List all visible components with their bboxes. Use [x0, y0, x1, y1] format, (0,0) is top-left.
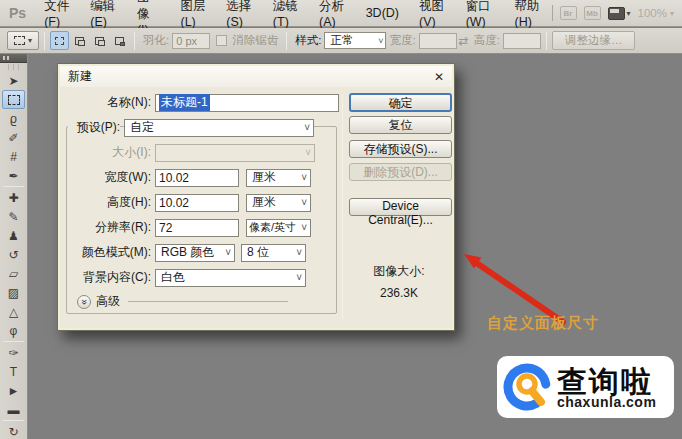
feather-input[interactable]: 0 px [172, 33, 210, 49]
style-value: 正常 [330, 33, 353, 48]
3d-rotate-tool[interactable]: ↻ [0, 422, 27, 439]
background-label: 背景内容(C): [68, 269, 151, 286]
save-preset-button[interactable]: 存储预设(S)... [349, 140, 452, 158]
mobile-icon[interactable]: Mb [584, 6, 601, 20]
width-unit-select[interactable]: 厘米 ˅ [246, 169, 311, 187]
3d-rotate-icon: ↻ [8, 426, 18, 438]
menu-help[interactable]: 帮助(H) [504, 0, 551, 29]
chaxunla-logo-icon [501, 360, 555, 414]
divider [3, 420, 24, 421]
path-selection-tool[interactable]: ► [0, 381, 27, 400]
lasso-tool[interactable]: ϱ [0, 109, 27, 128]
menu-view[interactable]: 视图(V) [409, 0, 456, 29]
eyedropper-icon: ✒ [8, 170, 18, 182]
resolution-row: 分辨率(R): 72 像素/英寸 ˅ [68, 218, 311, 237]
advanced-expander-button[interactable]: » [77, 295, 91, 309]
resolution-input[interactable]: 72 [155, 219, 239, 237]
rectangle-tool[interactable]: ▬ [0, 400, 27, 419]
eraser-tool[interactable]: ▱ [0, 264, 27, 283]
type-tool[interactable]: T [0, 362, 27, 381]
history-brush-tool[interactable]: ↺ [0, 245, 27, 264]
ok-button[interactable]: 确定 [349, 93, 452, 112]
overlap-square [98, 40, 105, 46]
new-selection-button[interactable] [50, 31, 69, 50]
style-select[interactable]: 正常 ˅ [324, 32, 386, 49]
dialog-titlebar[interactable]: 新建 ✕ [60, 66, 452, 87]
intersect-selection-button[interactable] [110, 31, 129, 50]
pen-icon: ✑ [8, 347, 18, 359]
reset-button[interactable]: 复位 [349, 116, 452, 134]
width-input[interactable]: 10.02 [155, 169, 239, 187]
marquee-icon [8, 95, 20, 105]
menu-edit[interactable]: 编辑(E) [80, 0, 127, 29]
zoom-level-select[interactable]: 100% ▾ [638, 7, 674, 19]
move-icon: ➤ [8, 75, 18, 87]
move-tool[interactable]: ➤ [0, 71, 27, 90]
chevron-down-icon: ˅ [301, 222, 307, 233]
background-select[interactable]: 白色 ˅ [155, 269, 306, 287]
eyedropper-tool[interactable]: ✒ [0, 166, 27, 185]
menu-filter[interactable]: 滤镜(T) [263, 0, 309, 29]
device-central-button[interactable]: Device Central(E)... [349, 198, 452, 216]
resolution-unit-select[interactable]: 像素/英寸 ˅ [246, 219, 311, 237]
name-input[interactable]: 未标题-1 [155, 94, 339, 112]
constrain-width-input[interactable] [419, 33, 457, 49]
new-selection-icon [55, 37, 64, 45]
selection-mode-group [50, 31, 129, 50]
crop-tool[interactable]: # [0, 147, 27, 166]
feather-label: 羽化: [140, 33, 172, 48]
subtract-from-selection-button[interactable] [90, 31, 109, 50]
height-input[interactable]: 10.02 [155, 194, 239, 212]
workspace-switcher-button[interactable]: ▾ [608, 7, 631, 20]
chevron-down-icon: ˅ [301, 197, 307, 208]
size-row: 大小(I): ˅ [68, 143, 315, 162]
menu-window[interactable]: 窗口(W) [456, 0, 505, 29]
divider [128, 301, 288, 302]
advanced-row: » 高级 [77, 292, 288, 311]
add-to-selection-button[interactable] [70, 31, 89, 50]
blur-tool[interactable]: △ [0, 302, 27, 321]
dodge-icon: φ [10, 325, 18, 337]
path-selection-icon: ► [8, 385, 20, 397]
lasso-icon: ϱ [10, 113, 17, 125]
gradient-tool[interactable]: ▨ [0, 283, 27, 302]
menu-select[interactable]: 选择(S) [216, 0, 263, 29]
constrain-height-input[interactable] [503, 33, 541, 49]
menu-file[interactable]: 文件(F) [34, 0, 80, 29]
height-unit-select[interactable]: 厘米 ˅ [246, 194, 311, 212]
bridge-icon[interactable]: Br [560, 6, 577, 20]
background-row: 背景内容(C): 白色 ˅ [68, 268, 306, 287]
quick-selection-tool[interactable]: ✐ [0, 128, 27, 147]
panel-grip[interactable] [6, 64, 21, 70]
width-label: 宽度(W): [68, 169, 151, 186]
healing-brush-icon: ✚ [8, 192, 18, 204]
clone-stamp-tool[interactable]: ♟ [0, 226, 27, 245]
new-document-dialog: 新建 ✕ 名称(N): 未标题-1 预设(P): 自定 ˅ 大小(I): ˅ 宽… [57, 63, 455, 331]
dodge-tool[interactable]: φ [0, 321, 27, 340]
name-label: 名称(N): [68, 94, 151, 111]
rectangular-marquee-tool[interactable] [2, 90, 25, 109]
swap-dimensions-icon[interactable]: ⇄ [457, 34, 471, 48]
refine-edge-button[interactable]: 调整边缘… [552, 31, 636, 50]
preset-select[interactable]: 自定 ˅ [124, 119, 314, 137]
tool-panel: ➤ ϱ ✐ # ✒ ✚ ✎ ♟ ↺ ▱ ▨ △ φ ✑ T ► ▬ ↻ [0, 54, 28, 439]
tool-options-bar: ▾ 羽化: 0 px 消除锯齿 样式: 正常 ˅ 宽度: ⇄ 高度: 调整边缘… [0, 28, 682, 54]
close-icon[interactable]: ✕ [434, 70, 444, 84]
antialias-label: 消除锯齿 [229, 33, 281, 48]
bit-depth-select[interactable]: 8 位 ˅ [241, 244, 306, 262]
pen-tool[interactable]: ✑ [0, 343, 27, 362]
menu-layer[interactable]: 图层(L) [170, 0, 216, 29]
divider [546, 32, 547, 50]
menubar-divider [552, 5, 553, 21]
size-label: 大小(I): [68, 144, 151, 161]
antialias-checkbox[interactable] [216, 35, 227, 46]
width-unit-value: 厘米 [252, 169, 276, 186]
workspace-icon [608, 7, 625, 20]
color-mode-select[interactable]: RGB 颜色 ˅ [155, 244, 235, 262]
panel-collapse-bar[interactable] [0, 54, 27, 63]
spot-healing-brush-tool[interactable]: ✚ [0, 188, 27, 207]
tool-preset-button[interactable]: ▾ [7, 31, 39, 50]
brush-tool[interactable]: ✎ [0, 207, 27, 226]
menu-3d[interactable]: 3D(D) [356, 6, 409, 20]
menu-analysis[interactable]: 分析(A) [309, 0, 356, 29]
